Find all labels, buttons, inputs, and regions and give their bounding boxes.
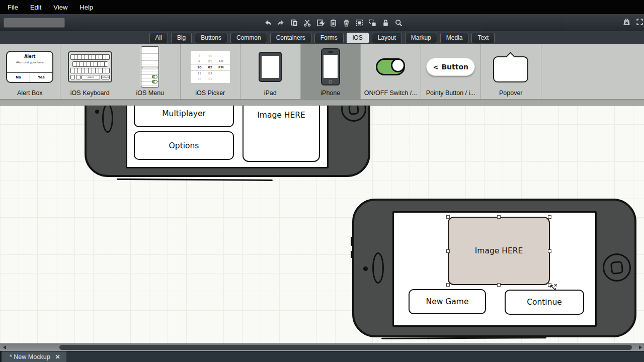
- ipad-thumbnail: [259, 52, 282, 82]
- mockup-tab-bar: * New Mockup ✕: [0, 351, 644, 362]
- pointy-button-thumbnail: < Button: [426, 58, 475, 76]
- zoom-icon[interactable]: [394, 19, 403, 27]
- selection-handle[interactable]: [446, 249, 450, 253]
- tab-text[interactable]: Text: [471, 33, 495, 43]
- home-button: [341, 106, 366, 122]
- search-input[interactable]: [4, 18, 65, 28]
- ungroup-icon[interactable]: [368, 19, 377, 27]
- palette-item-alert-box[interactable]: Alert Alert text goes here No Yes Alert …: [0, 44, 60, 99]
- palette-item-ios-picker[interactable]: 8 00 9 01 AM 10 02 PM 11 03 12 04: [181, 44, 241, 99]
- horizontal-scrollbar[interactable]: [0, 343, 644, 351]
- close-project-icon[interactable]: [622, 17, 631, 27]
- menu-edit[interactable]: Edit: [25, 2, 47, 13]
- menu-file[interactable]: File: [2, 2, 24, 13]
- cut-icon[interactable]: [303, 19, 311, 27]
- menu-help[interactable]: Help: [74, 2, 99, 13]
- mockup-image-placeholder-top[interactable]: Image HERE: [243, 106, 320, 162]
- iphone-thumb-screen: [324, 55, 338, 78]
- scrollbar-thumb[interactable]: [59, 345, 632, 350]
- widget-palette: Alert Alert text goes here No Yes Alert …: [0, 44, 644, 99]
- undo-icon[interactable]: [264, 19, 272, 27]
- group-icon[interactable]: [355, 19, 364, 27]
- clipboard-icon[interactable]: [329, 19, 338, 27]
- sketch-underline: [117, 178, 273, 181]
- duplicate-icon[interactable]: [290, 19, 298, 27]
- menu-thumb-band: [142, 66, 157, 69]
- tab-common[interactable]: Common: [230, 33, 267, 43]
- palette-item-ios-keyboard[interactable]: space return iOS Keyboard: [60, 44, 121, 99]
- scroll-right-arrow[interactable]: [639, 345, 642, 349]
- tab-buttons[interactable]: Buttons: [195, 33, 227, 43]
- resize-cursor-icon: [549, 283, 558, 292]
- picker-cell: 00: [206, 53, 214, 58]
- palette-item-pointy-button[interactable]: < Button Pointy Button / i...: [421, 44, 481, 99]
- mockup-button-new-game[interactable]: New Game: [409, 289, 486, 314]
- picker-selected-cell: 10: [195, 64, 204, 70]
- tab-all[interactable]: All: [149, 33, 168, 43]
- ios-picker-thumbnail: 8 00 9 01 AM 10 02 PM 11 03 12 04: [190, 50, 230, 83]
- picker-cell: AM: [217, 58, 225, 64]
- ios-menu-thumbnail: [141, 46, 159, 87]
- mockup-tab-new-mockup[interactable]: * New Mockup ✕: [2, 351, 66, 362]
- camera-dot: [95, 110, 99, 114]
- tab-forms[interactable]: Forms: [314, 33, 344, 43]
- keyboard-space-key: space: [82, 75, 100, 79]
- menu-bar: File Edit View Help: [0, 0, 644, 14]
- pointy-button-label: Button: [441, 63, 468, 71]
- mockup-canvas[interactable]: Multiplayer Options Image HERE Image HER…: [0, 106, 644, 343]
- tab-ios[interactable]: iOS: [347, 33, 369, 43]
- picker-cell: 12: [195, 76, 204, 81]
- tab-containers[interactable]: Containers: [270, 33, 311, 43]
- delete-icon[interactable]: [342, 19, 351, 27]
- lock-icon[interactable]: [381, 19, 390, 27]
- iphone-mockup-bottom[interactable]: Image HERE New Game Continue: [352, 199, 636, 337]
- picker-cell: 03: [206, 70, 214, 76]
- palette-item-label: iOS Picker: [195, 89, 225, 97]
- palette-item-label: iPad: [264, 89, 277, 97]
- redo-icon[interactable]: [277, 19, 285, 27]
- picker-cell: 8: [195, 53, 204, 58]
- tab-layout[interactable]: Layout: [372, 33, 402, 43]
- menu-thumb-toggle: [152, 80, 157, 83]
- home-button-square: [348, 106, 359, 115]
- side-button: [351, 251, 353, 258]
- chevron-left-icon: <: [433, 63, 438, 71]
- palette-item-ipad[interactable]: iPad: [240, 44, 301, 99]
- picker-cell: 01: [206, 58, 214, 64]
- camera-dot: [363, 266, 368, 271]
- selection-handle[interactable]: [497, 283, 501, 287]
- mockup-button-multiplayer[interactable]: Multiplayer: [134, 106, 234, 127]
- palette-item-onoff-switch[interactable]: ON/OFF Switch /...: [361, 44, 421, 99]
- iphone-mockup-top[interactable]: Multiplayer Options Image HERE: [85, 106, 370, 177]
- selection-handle[interactable]: [446, 283, 450, 287]
- fullscreen-icon[interactable]: [635, 17, 644, 27]
- scroll-left-arrow[interactable]: [3, 345, 6, 349]
- iphone-thumb-home: [329, 80, 332, 83]
- home-button: [603, 253, 631, 282]
- mockup-button-options[interactable]: Options: [134, 131, 234, 160]
- palette-item-label: iPhone: [320, 89, 340, 97]
- mockup-button-continue[interactable]: Continue: [505, 290, 584, 315]
- sketch-underline: [381, 337, 546, 339]
- tab-media[interactable]: Media: [440, 33, 469, 43]
- paste-special-icon[interactable]: [316, 19, 325, 27]
- popover-arrow: [506, 52, 515, 61]
- tab-big[interactable]: Big: [171, 33, 192, 43]
- mockup-image-selected[interactable]: Image HERE: [448, 217, 550, 285]
- palette-item-ios-menu[interactable]: iOS Menu: [120, 44, 181, 99]
- toolbar: [0, 14, 644, 31]
- selection-handle[interactable]: [548, 215, 551, 219]
- menu-view[interactable]: View: [48, 2, 73, 13]
- palette-item-popover[interactable]: Popover: [481, 44, 541, 99]
- tab-markup[interactable]: Markup: [405, 33, 437, 43]
- close-icon[interactable]: ✕: [55, 353, 60, 360]
- side-button: [351, 237, 353, 246]
- speaker-oval: [102, 106, 113, 133]
- selection-handle[interactable]: [446, 215, 450, 219]
- palette-bottom-strip: [0, 99, 644, 106]
- palette-item-label: iOS Menu: [136, 89, 164, 97]
- palette-item-iphone[interactable]: iPhone: [301, 44, 361, 99]
- selection-handle[interactable]: [497, 215, 501, 219]
- selection-handle[interactable]: [548, 249, 551, 253]
- keyboard-return-key: return: [101, 75, 110, 79]
